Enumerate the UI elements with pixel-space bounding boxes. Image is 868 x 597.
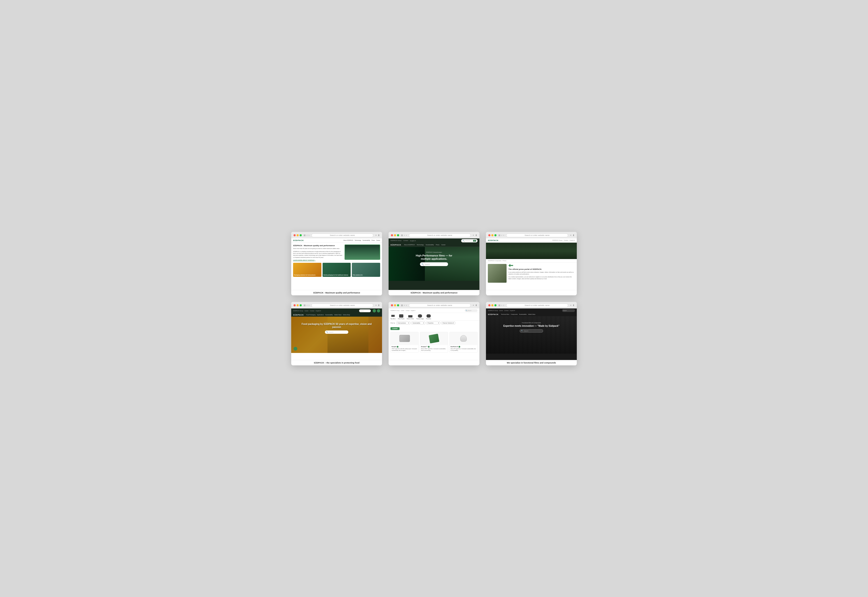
minimize-button-5[interactable] (394, 304, 396, 306)
nav-career[interactable]: Career (376, 240, 380, 241)
win4-contact-link[interactable]: Contact (310, 310, 314, 312)
win6-nav-added[interactable]: Added Value (528, 313, 535, 315)
win4-career-link[interactable]: Career (305, 310, 308, 312)
win5-topbar-search[interactable]: 🔍 Search (465, 309, 477, 312)
grid-icon-2[interactable]: ⊞ (401, 234, 403, 236)
back-icon-6[interactable]: ‹ (501, 304, 502, 307)
back-icon-5[interactable]: ‹ (404, 304, 405, 307)
win2-topbar-search-box[interactable]: 🔍 Search Q (461, 239, 477, 242)
win5-career-link[interactable]: Career (401, 310, 404, 311)
minimize-button[interactable] (296, 234, 299, 236)
nav-sust[interactable]: Sustainability (363, 240, 370, 241)
close-button-6[interactable] (488, 304, 490, 306)
win3-nav-lang[interactable]: English ▾ (570, 240, 575, 241)
minimize-button-2[interactable] (394, 234, 396, 236)
dropdown-properties[interactable]: Properties ▾ (426, 322, 440, 324)
minimize-button-6[interactable] (491, 304, 493, 306)
win4-hero-search-box[interactable]: 🔍 Search (325, 330, 348, 334)
product-card-ecopac[interactable]: Ecopac™ Mono-APET rigid films. Increased… (420, 332, 448, 352)
plus-icon[interactable]: + (375, 234, 377, 236)
forward-icon-6[interactable]: › (503, 304, 504, 307)
maximize-button-6[interactable] (495, 304, 496, 306)
tab-pouches[interactable]: Pouches (426, 314, 431, 319)
win6-career-link[interactable]: Career (499, 310, 503, 311)
plus-icon-6[interactable]: + (570, 304, 572, 307)
download-icon-2[interactable]: ⬇ (475, 234, 477, 236)
close-button-3[interactable] (488, 234, 490, 236)
download-icon-4[interactable]: ⬇ (378, 304, 380, 307)
address-bar-5[interactable]: Search or enter website name (409, 303, 471, 307)
forward-icon-3[interactable]: › (503, 234, 504, 236)
win6-contact-link[interactable]: Contact (504, 310, 509, 311)
win5-group-link[interactable]: SÜDPACK Group (391, 310, 400, 311)
topbar-lang[interactable]: English ▾ (410, 240, 416, 242)
win1-cta-link[interactable]: LEARN MORE ABOUT SÜDPACK › (293, 260, 343, 261)
win2-hero-search-box[interactable]: 🔍 Search (420, 262, 448, 266)
win6-hero-search-box[interactable]: 🔍 Search (520, 329, 543, 333)
grid-icon-4[interactable]: ⊞ (304, 304, 305, 307)
close-button-4[interactable] (293, 304, 296, 306)
plus-icon-3[interactable]: + (570, 234, 572, 236)
back-icon[interactable]: ‹ (307, 234, 307, 236)
back-icon-2[interactable]: ‹ (404, 234, 405, 236)
grid-icon-5[interactable]: ⊞ (401, 304, 403, 307)
win1-card-food[interactable]: Packaging solutions for food products (293, 263, 321, 277)
address-bar-4[interactable]: Search or enter website name (311, 303, 373, 307)
win2-nav-about[interactable]: About SÜDPACK (404, 244, 415, 245)
download-icon-6[interactable]: ⬇ (573, 304, 575, 307)
win4-nav-added[interactable]: Added Value (334, 314, 342, 315)
win4-nav-food[interactable]: Food Packaging (306, 314, 316, 315)
win2-nav-press[interactable]: Press (436, 244, 439, 245)
download-icon-3[interactable]: ⬇ (573, 234, 575, 236)
maximize-button-4[interactable] (300, 304, 302, 306)
forward-icon-5[interactable]: › (406, 304, 407, 307)
download-icon-5[interactable]: ⬇ (475, 304, 477, 307)
win6-nav-compounds[interactable]: Compounds (511, 313, 518, 315)
forward-icon-4[interactable]: › (308, 304, 309, 307)
win6-topbar-search[interactable]: Search (562, 309, 575, 312)
product-card-ecopet[interactable]: Ecopet APET rigid films with PE sealing … (391, 332, 419, 352)
topbar-group[interactable]: SÜDPACK Group (391, 240, 401, 242)
dropdown-food-products[interactable]: Food products ▾ (396, 322, 410, 324)
win5-contact-link[interactable]: Contact (406, 310, 409, 311)
win4-nav-shop[interactable]: Online Shop (343, 314, 350, 315)
win4-lang-link[interactable]: English ▾ (316, 310, 321, 312)
minimize-button-3[interactable] (491, 234, 493, 236)
win6-lang-link[interactable]: English ▾ (510, 310, 515, 311)
forward-icon-2[interactable]: › (406, 234, 407, 236)
win6-nav-tech[interactable]: Technical films (501, 313, 510, 315)
address-bar-3[interactable]: Search or enter website name (506, 233, 568, 237)
win4-topbar-search[interactable]: Search (359, 309, 371, 312)
win3-nav-contact[interactable]: Contact (564, 240, 568, 241)
tab-top-films[interactable]: Top films (391, 314, 395, 319)
close-button-2[interactable] (391, 234, 393, 236)
submit-button[interactable]: SUBMIT (391, 327, 400, 330)
win2-nav-tech[interactable]: Technology (417, 244, 424, 245)
dropdown-polymer[interactable]: Polymer Solutions ▾ (441, 322, 455, 324)
plus-icon-5[interactable]: + (473, 304, 474, 307)
win4-nav-sust[interactable]: Sustainability (325, 314, 333, 315)
plus-icon-2[interactable]: + (473, 234, 474, 236)
plus-icon-4[interactable]: + (375, 304, 377, 307)
download-icon[interactable]: ⬇ (378, 234, 380, 236)
win4-nav-app[interactable]: Applications (317, 314, 324, 315)
win2-nav-sust[interactable]: Sustainability (425, 244, 434, 245)
dropdown-sustainability[interactable]: Sustainability ▾ (411, 322, 425, 324)
maximize-button-2[interactable] (397, 234, 399, 236)
close-button[interactable] (293, 234, 296, 236)
grid-icon-3[interactable]: ⊞ (498, 234, 500, 236)
nav-about[interactable]: About SÜDPACK (344, 240, 353, 241)
maximize-button-5[interactable] (397, 304, 399, 306)
win6-group-link[interactable]: SÜDPACK Group (488, 310, 498, 311)
win3-nav-group[interactable]: SÜDPACK Group (552, 240, 562, 241)
grid-icon-6[interactable]: ⊞ (498, 304, 500, 307)
grid-icon[interactable]: ⊞ (304, 234, 305, 236)
win1-card-healthcare[interactable]: Sterile packaging for the healthcare ind… (323, 263, 351, 277)
product-card-ecoform[interactable]: EcoForm S Mono-PP rigid films. Increased… (449, 332, 477, 352)
forward-icon[interactable]: › (308, 234, 309, 236)
tab-bottom-films[interactable]: Bottom films (407, 314, 414, 319)
back-icon-4[interactable]: ‹ (307, 304, 307, 307)
minimize-button-4[interactable] (296, 304, 299, 306)
nav-tech[interactable]: Technology (355, 240, 361, 241)
search-btn-2[interactable]: Q (473, 240, 476, 242)
